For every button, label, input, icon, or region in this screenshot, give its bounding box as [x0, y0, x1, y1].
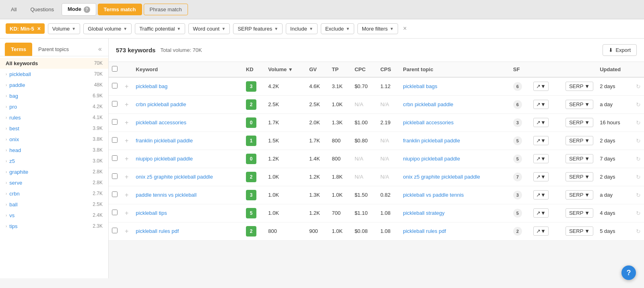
trend-button[interactable]: ↗ ▼: [533, 172, 549, 181]
refresh-button[interactable]: ↻: [636, 101, 641, 108]
help-button[interactable]: ?: [621, 265, 636, 278]
keyword-link[interactable]: paddle tennis vs pickleball: [136, 192, 196, 198]
volume-header[interactable]: Volume ▼: [265, 62, 306, 77]
parent-topic-link[interactable]: franklin pickleball paddle: [403, 138, 460, 144]
trend-button[interactable]: ↗ ▼: [533, 154, 549, 163]
sidebar-item[interactable]: › onix 3.8K: [0, 134, 108, 145]
keyword-link[interactable]: crbn pickleball paddle: [136, 101, 186, 107]
parent-topic-link[interactable]: pickleball bags: [403, 83, 437, 89]
parent-topic-link[interactable]: onix z5 graphite pickleball paddle: [403, 174, 480, 180]
keyword-link[interactable]: pickleball accessories: [136, 119, 186, 125]
row-checkbox[interactable]: [112, 119, 118, 125]
export-button[interactable]: ⬇ Export: [603, 44, 637, 56]
row-checkbox[interactable]: [112, 173, 118, 179]
traffic-potential-filter[interactable]: Traffic potential ▼: [135, 23, 185, 34]
sidebar-collapse-button[interactable]: «: [97, 44, 103, 54]
serp-button[interactable]: SERP ▼: [566, 190, 593, 200]
serp-button[interactable]: SERP ▼: [566, 82, 593, 91]
add-keyword-button[interactable]: +: [124, 101, 129, 108]
parent-topic-link[interactable]: crbn pickleball paddle: [403, 101, 453, 107]
more-filters[interactable]: More filters ▼: [357, 23, 398, 34]
cps-header[interactable]: CPS: [377, 62, 400, 77]
cpc-header[interactable]: CPC: [351, 62, 377, 77]
global-volume-filter[interactable]: Global volume ▼: [83, 23, 132, 34]
gv-header[interactable]: GV: [306, 62, 328, 77]
add-keyword-button[interactable]: +: [124, 228, 129, 235]
trend-button[interactable]: ↗ ▼: [533, 100, 549, 109]
add-keyword-button[interactable]: +: [124, 191, 129, 199]
refresh-button[interactable]: ↻: [636, 210, 641, 216]
keyword-link[interactable]: niupipo pickleball paddle: [136, 156, 193, 162]
refresh-button[interactable]: ↻: [636, 174, 641, 180]
refresh-button[interactable]: ↻: [636, 119, 641, 126]
mode-tab[interactable]: Mode ?: [62, 3, 96, 16]
sidebar-item[interactable]: › pickleball 70K: [0, 69, 108, 80]
trend-button[interactable]: ↗ ▼: [533, 226, 549, 236]
terms-tab[interactable]: Terms: [5, 43, 32, 56]
add-keyword-button[interactable]: +: [124, 83, 129, 90]
questions-tab[interactable]: Questions: [24, 4, 60, 15]
sidebar-item[interactable]: › rules 4.1K: [0, 112, 108, 123]
tp-header[interactable]: TP: [329, 62, 351, 77]
serp-button[interactable]: SERP ▼: [566, 226, 593, 236]
refresh-button[interactable]: ↻: [636, 228, 641, 235]
keyword-header[interactable]: Keyword: [132, 62, 243, 77]
refresh-button[interactable]: ↻: [636, 138, 641, 144]
add-keyword-button[interactable]: +: [124, 173, 129, 181]
parent-topic-header[interactable]: Parent topic: [400, 62, 510, 77]
include-filter[interactable]: Include ▼: [286, 23, 318, 34]
kd-filter-remove[interactable]: ×: [37, 25, 41, 32]
parent-topic-link[interactable]: pickleball accessories: [403, 119, 454, 125]
serp-features-filter[interactable]: SERP features ▼: [233, 23, 283, 34]
row-checkbox[interactable]: [112, 210, 118, 215]
sidebar-item[interactable]: › z5 3.0K: [0, 156, 108, 167]
sidebar-all-keywords[interactable]: All keywords 70K: [0, 58, 108, 69]
mode-help-icon[interactable]: ?: [84, 6, 90, 13]
parent-topic-link[interactable]: pickleball rules pdf: [403, 228, 446, 234]
sidebar-item[interactable]: › graphite 2.8K: [0, 167, 108, 177]
refresh-button[interactable]: ↻: [636, 156, 641, 162]
sidebar-item[interactable]: › paddle 48K: [0, 80, 108, 91]
sidebar-item[interactable]: › best 3.9K: [0, 123, 108, 134]
trend-button[interactable]: ↗ ▼: [533, 208, 549, 218]
row-checkbox[interactable]: [112, 155, 118, 161]
keyword-link[interactable]: onix z5 graphite pickleball paddle: [136, 174, 213, 180]
parent-topic-link[interactable]: pickleball vs paddle tennis: [403, 192, 464, 198]
row-checkbox[interactable]: [112, 191, 118, 197]
clear-all-filters[interactable]: ×: [401, 23, 408, 34]
word-count-filter[interactable]: Word count ▼: [188, 23, 230, 34]
serp-button[interactable]: SERP ▼: [566, 154, 593, 163]
keyword-link[interactable]: franklin pickleball paddle: [136, 138, 193, 144]
sidebar-item[interactable]: › crbn 2.7K: [0, 188, 108, 199]
add-keyword-button[interactable]: +: [124, 137, 129, 144]
parent-topics-tab[interactable]: Parent topics: [32, 43, 75, 56]
keyword-link[interactable]: pickleball rules pdf: [136, 228, 179, 234]
keyword-link[interactable]: pickleball tips: [136, 210, 167, 216]
sidebar-item[interactable]: › bag 6.9K: [0, 91, 108, 101]
row-checkbox[interactable]: [112, 83, 118, 88]
add-keyword-button[interactable]: +: [124, 119, 129, 126]
row-checkbox[interactable]: [112, 137, 118, 143]
volume-filter[interactable]: Volume ▼: [48, 23, 80, 34]
trend-button[interactable]: ↗ ▼: [533, 82, 549, 91]
parent-topic-link[interactable]: niupipo pickleball paddle: [403, 156, 460, 162]
sidebar-item[interactable]: › pro 4.2K: [0, 101, 108, 112]
serp-button[interactable]: SERP ▼: [566, 100, 593, 109]
sidebar-item[interactable]: › vs 2.4K: [0, 210, 108, 221]
refresh-button[interactable]: ↻: [636, 83, 641, 90]
terms-match-tab[interactable]: Terms match: [98, 4, 142, 15]
select-all-checkbox[interactable]: [112, 66, 118, 72]
trend-button[interactable]: ↗ ▼: [533, 190, 549, 200]
serp-button[interactable]: SERP ▼: [566, 118, 593, 127]
add-keyword-button[interactable]: +: [124, 155, 129, 163]
sidebar-item[interactable]: › head 3.8K: [0, 145, 108, 156]
updated-header[interactable]: Updated: [597, 62, 633, 77]
all-tab[interactable]: All: [5, 4, 23, 15]
keyword-link[interactable]: pickleball bag: [136, 83, 167, 89]
trend-button[interactable]: ↗ ▼: [533, 136, 549, 145]
row-checkbox[interactable]: [112, 228, 118, 233]
parent-topic-link[interactable]: pickleball strategy: [403, 210, 444, 216]
serp-button[interactable]: SERP ▼: [566, 136, 593, 145]
sf-header[interactable]: SF: [510, 62, 530, 77]
exclude-filter[interactable]: Exclude ▼: [321, 23, 354, 34]
